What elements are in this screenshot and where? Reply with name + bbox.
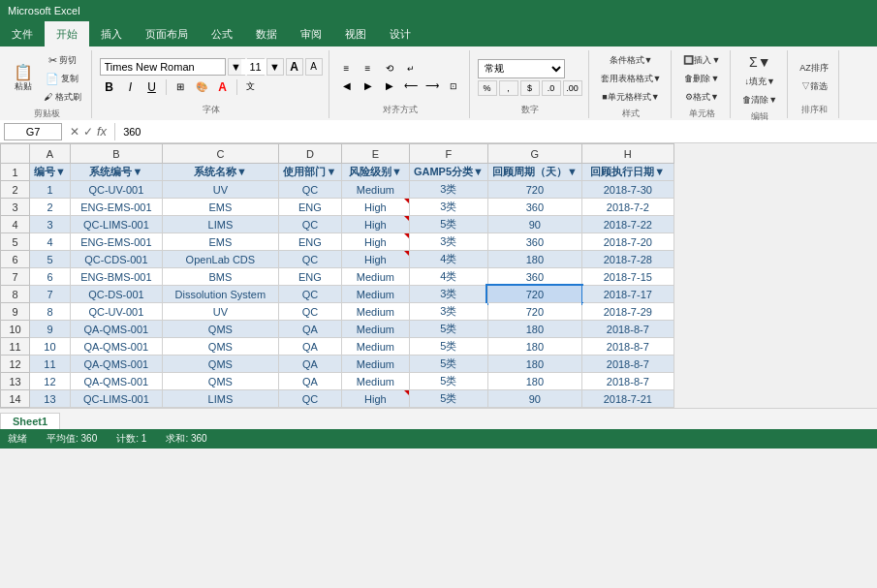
confirm-icon[interactable]: ✓: [83, 125, 93, 139]
function-icon[interactable]: fx: [97, 124, 107, 139]
cell-F13[interactable]: 5类: [409, 373, 487, 390]
cell-E12[interactable]: Medium: [341, 356, 409, 373]
cell-G8[interactable]: 720: [487, 286, 581, 303]
col-header-E[interactable]: E: [341, 144, 409, 164]
cell-E8[interactable]: Medium: [341, 286, 409, 303]
cell-H8[interactable]: 2018-7-17: [581, 286, 673, 303]
cell-C8[interactable]: Dissolution System: [162, 286, 278, 303]
cell-A6[interactable]: 5: [30, 251, 71, 268]
cell-H12[interactable]: 2018-8-7: [581, 356, 673, 373]
tab-insert[interactable]: 插入: [89, 21, 134, 46]
cell-D11[interactable]: QA: [278, 338, 341, 356]
cell-E4[interactable]: High: [341, 216, 409, 233]
cell-D13[interactable]: QA: [278, 373, 341, 390]
header-D[interactable]: 使用部门▼: [278, 164, 341, 181]
col-header-D[interactable]: D: [278, 144, 341, 164]
cell-B13[interactable]: QA-QMS-001: [70, 373, 162, 390]
cell-C10[interactable]: QMS: [162, 321, 278, 338]
col-header-C[interactable]: C: [162, 144, 278, 164]
cell-E10[interactable]: Medium: [341, 321, 409, 338]
currency-btn[interactable]: $: [520, 80, 540, 96]
cell-D4[interactable]: QC: [278, 216, 341, 233]
cell-G13[interactable]: 180: [487, 373, 581, 390]
tab-page-layout[interactable]: 页面布局: [134, 21, 200, 46]
cell-D14[interactable]: QC: [278, 390, 341, 408]
cell-B5[interactable]: ENG-EMS-001: [70, 233, 162, 251]
format-btn[interactable]: ⚙格式▼: [679, 89, 724, 106]
cell-D6[interactable]: QC: [278, 251, 341, 268]
cut-button[interactable]: ✂ 剪切: [40, 52, 85, 69]
font-color-button[interactable]: A: [213, 77, 233, 97]
header-C[interactable]: 系统名称▼: [162, 164, 278, 181]
indent-decrease-btn[interactable]: ⟵: [401, 78, 421, 94]
cell-B8[interactable]: QC-DS-001: [70, 286, 162, 303]
tab-file[interactable]: 文件: [0, 21, 45, 46]
header-F[interactable]: GAMP5分类▼: [409, 164, 487, 181]
sort-btn[interactable]: AZ排序: [796, 60, 832, 77]
cell-G9[interactable]: 720: [487, 303, 581, 321]
cell-ref-input[interactable]: [4, 123, 62, 140]
cell-A13[interactable]: 12: [30, 373, 71, 390]
cell-B9[interactable]: QC-UV-001: [70, 303, 162, 321]
cell-G4[interactable]: 90: [487, 216, 581, 233]
cell-G10[interactable]: 180: [487, 321, 581, 338]
cell-H10[interactable]: 2018-8-7: [581, 321, 673, 338]
cell-A8[interactable]: 7: [30, 286, 71, 303]
cell-A5[interactable]: 4: [30, 233, 71, 251]
tab-formula[interactable]: 公式: [200, 21, 244, 46]
fill-color-button[interactable]: 🎨: [192, 77, 211, 97]
cell-G11[interactable]: 180: [487, 338, 581, 356]
number-format-select[interactable]: 常规: [478, 59, 565, 78]
delete-btn[interactable]: 🗑删除▼: [679, 71, 724, 87]
cell-D5[interactable]: ENG: [278, 233, 341, 251]
font-increase-btn[interactable]: A: [286, 58, 303, 76]
cell-C6[interactable]: OpenLab CDS: [162, 251, 278, 268]
filter-btn[interactable]: ▽筛选: [796, 78, 832, 95]
header-H[interactable]: 回顾执行日期▼: [581, 164, 673, 181]
cell-F9[interactable]: 3类: [409, 303, 487, 321]
cell-C9[interactable]: UV: [162, 303, 278, 321]
cell-A4[interactable]: 3: [30, 216, 71, 233]
cell-D12[interactable]: QA: [278, 356, 341, 373]
font-decrease-btn[interactable]: A: [305, 58, 323, 76]
cell-H4[interactable]: 2018-7-22: [581, 216, 673, 233]
cell-C13[interactable]: QMS: [162, 373, 278, 390]
sum-btn[interactable]: Σ▼: [738, 52, 781, 72]
cell-A7[interactable]: 6: [30, 268, 71, 286]
cell-E14[interactable]: High: [341, 390, 409, 408]
tab-data[interactable]: 数据: [244, 21, 289, 46]
cell-E13[interactable]: Medium: [341, 373, 409, 390]
sheet-table-wrapper[interactable]: A B C D E F G H 1 编号▼ 系统编号▼ 系统名称▼ 使用部门▼ …: [0, 143, 877, 408]
phonetic-button[interactable]: 文: [241, 77, 261, 97]
cell-G6[interactable]: 180: [487, 251, 581, 268]
cell-F6[interactable]: 4类: [409, 251, 487, 268]
header-B[interactable]: 系统编号▼: [70, 164, 162, 181]
cell-H6[interactable]: 2018-7-28: [581, 251, 673, 268]
cell-D3[interactable]: ENG: [278, 199, 341, 216]
tab-home[interactable]: 开始: [45, 21, 89, 46]
cell-D2[interactable]: QC: [278, 181, 341, 199]
insert-btn[interactable]: 🔲插入▼: [679, 52, 724, 69]
cell-A2[interactable]: 1: [30, 181, 71, 199]
cell-B11[interactable]: QA-QMS-001: [70, 338, 162, 356]
cell-E6[interactable]: High: [341, 251, 409, 268]
col-header-A[interactable]: A: [30, 144, 71, 164]
cell-E9[interactable]: Medium: [341, 303, 409, 321]
cell-C2[interactable]: UV: [162, 181, 278, 199]
cell-E11[interactable]: Medium: [341, 338, 409, 356]
font-size-dropdown-btn[interactable]: ▼: [266, 58, 284, 76]
tab-review[interactable]: 审阅: [289, 21, 333, 46]
cell-D9[interactable]: QC: [278, 303, 341, 321]
cell-H5[interactable]: 2018-7-20: [581, 233, 673, 251]
cell-G3[interactable]: 360: [487, 199, 581, 216]
cell-H3[interactable]: 2018-7-2: [581, 199, 673, 216]
copy-button[interactable]: 📄 复制: [40, 71, 85, 87]
bold-button[interactable]: B: [100, 77, 119, 97]
align-top-center-btn[interactable]: ≡: [359, 61, 378, 77]
cell-C5[interactable]: EMS: [162, 233, 278, 251]
paste-button[interactable]: 📋 粘贴: [10, 63, 37, 95]
percent-btn[interactable]: %: [478, 80, 497, 96]
cell-E3[interactable]: High: [341, 199, 409, 216]
cell-C7[interactable]: BMS: [162, 268, 278, 286]
cell-A12[interactable]: 11: [30, 356, 71, 373]
